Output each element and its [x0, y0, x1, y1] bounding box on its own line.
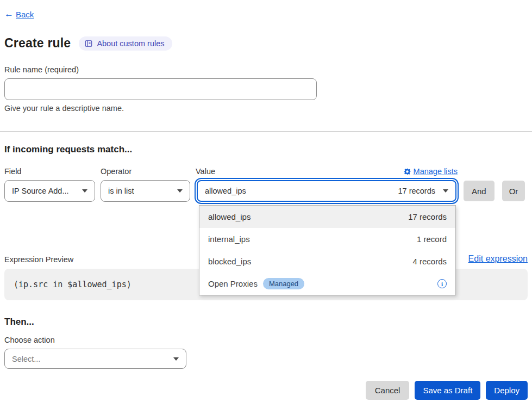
value-select[interactable]: allowed_ips 17 records [197, 180, 456, 202]
choose-action-label: Choose action [4, 336, 528, 344]
list-item[interactable]: blocked_ips 4 records [199, 250, 455, 273]
managed-badge: Managed [263, 278, 304, 289]
list-item[interactable]: allowed_ips 17 records [199, 206, 455, 228]
field-select-value: IP Source Add... [12, 187, 69, 195]
footer-actions: Cancel Save as Draft Deploy [4, 381, 528, 400]
rule-name-helper: Give your rule a descriptive name. [4, 104, 528, 113]
about-badge-label: About custom rules [97, 39, 164, 48]
condition-labels-row: Field Operator Value Manage lists [4, 167, 528, 176]
expression-code: (ip.src in $allowed_ips) [14, 280, 132, 289]
and-button[interactable]: And [464, 181, 495, 201]
value-dropdown-menu: allowed_ips 17 records internal_ips 1 re… [199, 205, 456, 295]
list-record-count: 4 records [412, 257, 447, 266]
list-item[interactable]: internal_ips 1 record [199, 228, 455, 250]
book-icon [85, 40, 92, 47]
section-divider [0, 131, 532, 132]
action-select[interactable]: Select... [4, 349, 186, 369]
match-section-heading: If incoming requests match... [4, 144, 528, 155]
list-record-count: 1 record [417, 234, 447, 244]
rule-name-input[interactable] [4, 78, 317, 100]
manage-lists-label: Manage lists [414, 167, 458, 176]
cancel-button[interactable]: Cancel [366, 381, 410, 400]
list-record-count: 17 records [408, 212, 447, 221]
value-label: Value [196, 167, 215, 176]
chevron-down-icon [173, 357, 179, 361]
action-select-placeholder: Select... [12, 355, 40, 363]
manage-lists-link[interactable]: Manage lists [404, 167, 458, 176]
chevron-down-icon [443, 189, 448, 193]
chevron-down-icon [177, 189, 183, 193]
rule-name-label: Rule name (required) [4, 65, 528, 74]
value-select-wrap: allowed_ips 17 records allowed_ips 17 re… [197, 180, 456, 202]
list-name: blocked_ips [208, 257, 251, 266]
operator-label: Operator [101, 167, 196, 176]
chevron-down-icon [82, 189, 87, 193]
gear-icon [404, 168, 411, 175]
save-as-draft-button[interactable]: Save as Draft [415, 381, 480, 400]
title-row: Create rule About custom rules [4, 36, 528, 51]
info-icon[interactable]: i [437, 279, 447, 288]
then-heading: Then... [4, 317, 528, 327]
condition-row: IP Source Add... is in list allowed_ips … [4, 180, 528, 202]
value-select-value: allowed_ips [205, 187, 246, 195]
list-item[interactable]: Open Proxies Managed i [199, 273, 455, 295]
list-name: internal_ips [208, 234, 250, 244]
create-rule-page: ←Back Create rule About custom rules Rul… [0, 0, 532, 402]
about-custom-rules-badge[interactable]: About custom rules [79, 36, 172, 51]
operator-select[interactable]: is in list [101, 180, 190, 202]
edit-expression-link[interactable]: Edit expression [468, 254, 528, 264]
expression-preview-label: Expression Preview [4, 255, 73, 264]
list-name: allowed_ips [208, 212, 251, 221]
field-label: Field [4, 167, 101, 176]
left-arrow-icon: ← [4, 9, 14, 20]
back-link[interactable]: ←Back [4, 9, 34, 20]
page-title: Create rule [4, 36, 71, 51]
or-button[interactable]: Or [502, 181, 525, 201]
operator-select-value: is in list [108, 187, 134, 195]
value-select-record-count: 17 records [398, 187, 435, 195]
deploy-button[interactable]: Deploy [486, 381, 528, 400]
field-select[interactable]: IP Source Add... [4, 180, 95, 202]
list-name: Open Proxies [208, 279, 258, 288]
